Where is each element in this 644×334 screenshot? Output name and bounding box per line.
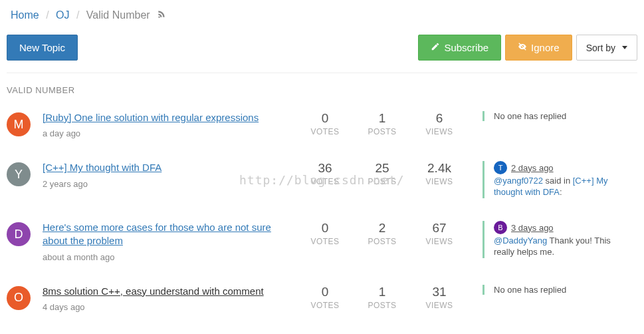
reply-user-link[interactable]: @DaddyYang bbox=[494, 236, 547, 246]
stat-posts: 2POSTS bbox=[354, 221, 411, 246]
topic-timestamp: 4 days ago bbox=[43, 302, 288, 312]
stat-number: 36 bbox=[296, 161, 354, 176]
topic-stats: 0VOTES2POSTS67VIEWS bbox=[296, 221, 469, 246]
stat-number: 6 bbox=[411, 111, 468, 126]
subscribe-button[interactable]: Subscribe bbox=[418, 35, 501, 61]
topic-stats: 0VOTES1POSTS6VIEWS bbox=[296, 111, 469, 136]
stat-label: POSTS bbox=[354, 127, 411, 136]
stat-label: POSTS bbox=[354, 301, 411, 310]
topic-info: Here's some more cases for those who are… bbox=[31, 221, 296, 262]
category-title: VALID NUMBER bbox=[7, 81, 637, 106]
stat-label: VOTES bbox=[296, 237, 354, 246]
eye-slash-icon bbox=[518, 42, 527, 53]
stat-label: POSTS bbox=[354, 177, 411, 186]
ignore-button[interactable]: Ignore bbox=[505, 35, 572, 61]
reply-time-link[interactable]: 2 days ago bbox=[511, 163, 554, 173]
new-topic-button[interactable]: New Topic bbox=[7, 35, 78, 61]
topic-info: 8ms solution C++, easy understand with c… bbox=[31, 285, 296, 312]
topic-title-link[interactable]: [Ruby] One line solution with regular ex… bbox=[43, 112, 259, 123]
rss-feed-icon[interactable] bbox=[157, 10, 166, 21]
pencil-icon bbox=[431, 42, 440, 53]
topic-row: M[Ruby] One line solution with regular e… bbox=[7, 106, 637, 156]
topic-timestamp: about a month ago bbox=[43, 252, 288, 262]
stat-number: 31 bbox=[411, 285, 468, 299]
reply-avatar[interactable]: B bbox=[494, 221, 507, 234]
sort-by-button[interactable]: Sort by bbox=[576, 35, 637, 61]
stat-label: VIEWS bbox=[411, 177, 468, 186]
reply-body: @DaddyYang Thank you! This really helps … bbox=[494, 236, 622, 258]
stat-number: 0 bbox=[296, 111, 354, 126]
topic-row: DHere's some more cases for those who ar… bbox=[7, 216, 637, 279]
stat-number: 0 bbox=[296, 221, 354, 236]
ignore-label: Ignore bbox=[531, 42, 560, 53]
topic-title-link[interactable]: Here's some more cases for those who are… bbox=[43, 222, 271, 246]
breadcrumb-sep: / bbox=[76, 9, 79, 21]
topic-stats: 36VOTES25POSTS2.4kVIEWS bbox=[296, 161, 469, 186]
stat-label: VOTES bbox=[296, 127, 354, 136]
topic-row: O8ms solution C++, easy understand with … bbox=[7, 279, 637, 329]
topic-stats: 0VOTES1POSTS31VIEWS bbox=[296, 285, 469, 310]
topic-timestamp: 2 years ago bbox=[43, 179, 288, 189]
stat-number: 2.4k bbox=[411, 161, 468, 176]
reply-head: T2 days ago bbox=[494, 161, 622, 174]
stat-label: VIEWS bbox=[411, 237, 468, 246]
reply-time-link[interactable]: 3 days ago bbox=[511, 223, 554, 233]
stat-posts: 1POSTS bbox=[354, 111, 411, 136]
breadcrumb-home[interactable]: Home bbox=[11, 9, 39, 21]
stat-votes: 0VOTES bbox=[296, 285, 354, 310]
reply-column: B3 days ago@DaddyYang Thank you! This re… bbox=[483, 221, 622, 258]
breadcrumb-current: Valid Number bbox=[86, 9, 150, 21]
stat-votes: 36VOTES bbox=[296, 161, 354, 186]
breadcrumb-sep: / bbox=[46, 9, 49, 21]
reply-column: No one has replied bbox=[483, 111, 622, 121]
avatar[interactable]: D bbox=[7, 222, 31, 246]
topic-timestamp: a day ago bbox=[43, 128, 288, 138]
stat-number: 1 bbox=[354, 111, 411, 126]
topic-row: Y[C++] My thought with DFA2 years ago36V… bbox=[7, 156, 637, 216]
toolbar-right: Subscribe Ignore Sort by bbox=[418, 35, 637, 61]
stat-votes: 0VOTES bbox=[296, 111, 354, 136]
stat-number: 0 bbox=[296, 285, 354, 299]
stat-views: 2.4kVIEWS bbox=[411, 161, 468, 186]
breadcrumb: Home / OJ / Valid Number bbox=[7, 5, 637, 31]
stat-label: VIEWS bbox=[411, 301, 468, 310]
avatar[interactable]: M bbox=[7, 112, 31, 136]
stat-number: 2 bbox=[354, 221, 411, 236]
stat-label: VIEWS bbox=[411, 127, 468, 136]
caret-down-icon bbox=[622, 46, 627, 49]
stat-label: POSTS bbox=[354, 237, 411, 246]
divider bbox=[7, 73, 637, 73]
reply-column: No one has replied bbox=[483, 285, 622, 295]
stat-number: 25 bbox=[354, 161, 411, 176]
toolbar: New Topic Subscribe Ignore Sort by bbox=[7, 31, 637, 73]
sort-by-label: Sort by bbox=[586, 43, 615, 53]
topic-list: M[Ruby] One line solution with regular e… bbox=[7, 106, 637, 329]
reply-body: @yangf0722 said in [C++] My thought with… bbox=[494, 176, 622, 198]
topic-title-link[interactable]: 8ms solution C++, easy understand with c… bbox=[43, 285, 264, 297]
stat-posts: 1POSTS bbox=[354, 285, 411, 310]
stat-number: 67 bbox=[411, 221, 468, 236]
reply-column: T2 days ago@yangf0722 said in [C++] My t… bbox=[483, 161, 622, 198]
stat-views: 6VIEWS bbox=[411, 111, 468, 136]
stat-label: VOTES bbox=[296, 301, 354, 310]
topic-info: [Ruby] One line solution with regular ex… bbox=[31, 111, 296, 138]
avatar[interactable]: Y bbox=[7, 162, 31, 186]
topic-title-link[interactable]: [C++] My thought with DFA bbox=[43, 162, 161, 173]
stat-views: 31VIEWS bbox=[411, 285, 468, 310]
reply-head: B3 days ago bbox=[494, 221, 622, 234]
stat-votes: 0VOTES bbox=[296, 221, 354, 246]
stat-views: 67VIEWS bbox=[411, 221, 468, 246]
topic-info: [C++] My thought with DFA2 years ago bbox=[31, 161, 296, 188]
stat-label: VOTES bbox=[296, 177, 354, 186]
avatar[interactable]: O bbox=[7, 286, 31, 310]
reply-user-link[interactable]: @yangf0722 bbox=[494, 176, 543, 186]
stat-posts: 25POSTS bbox=[354, 161, 411, 186]
subscribe-label: Subscribe bbox=[444, 42, 488, 53]
stat-number: 1 bbox=[354, 285, 411, 299]
reply-avatar[interactable]: T bbox=[494, 161, 507, 174]
breadcrumb-oj[interactable]: OJ bbox=[56, 9, 69, 21]
